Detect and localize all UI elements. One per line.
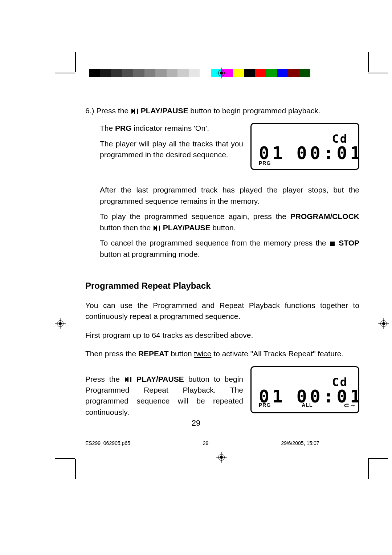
- footer-filename: ES299_062905.p65: [85, 440, 130, 446]
- page-number: 29: [0, 418, 392, 428]
- play-pause-icon: [125, 377, 131, 382]
- body-text: Then press the REPEAT button twice to ac…: [85, 348, 359, 359]
- repeat-icon: ⊂→: [344, 401, 356, 410]
- stop-icon: [330, 242, 335, 246]
- body-text: First program up to 64 tracks as describ…: [85, 330, 359, 341]
- lcd-tag-prg: PRG: [259, 159, 271, 167]
- lcd-tag-all: ALL: [302, 401, 313, 409]
- body-text: After the last programmed track has play…: [100, 185, 359, 207]
- register-mark-icon: [217, 453, 225, 461]
- play-pause-icon: [154, 226, 160, 231]
- register-mark-icon: [217, 69, 225, 77]
- play-pause-icon: [131, 109, 138, 114]
- step-number: 6.): [85, 106, 94, 115]
- lcd-display-2: Cd 0100:01 PRG ALL ⊂→: [250, 366, 359, 413]
- step-text: Press the: [96, 106, 128, 115]
- body-text: To cancel the programmed sequence from t…: [100, 238, 359, 260]
- lcd-display-1: Cd 0100:01 PRG: [250, 123, 359, 170]
- body-text: You can use the Programmed and Repeat Pl…: [85, 300, 359, 322]
- section-title: Programmed Repeat Playback: [85, 280, 359, 292]
- footer-sheet: 29: [203, 440, 209, 446]
- register-mark-icon: [56, 320, 64, 328]
- step-6-line: 6.) Press the PLAY/PAUSE button to begin…: [85, 105, 359, 116]
- print-footer: ES299_062905.p65 29 29/6/2005, 15:07: [85, 440, 361, 446]
- printer-color-bars: [89, 69, 310, 77]
- body-text: To play the programmed sequence again, p…: [100, 211, 359, 233]
- register-mark-icon: [380, 320, 388, 328]
- footer-timestamp: 29/6/2005, 15:07: [281, 440, 319, 446]
- lcd-tag-prg: PRG: [259, 401, 271, 409]
- play-pause-label: PLAY/PAUSE: [139, 106, 188, 115]
